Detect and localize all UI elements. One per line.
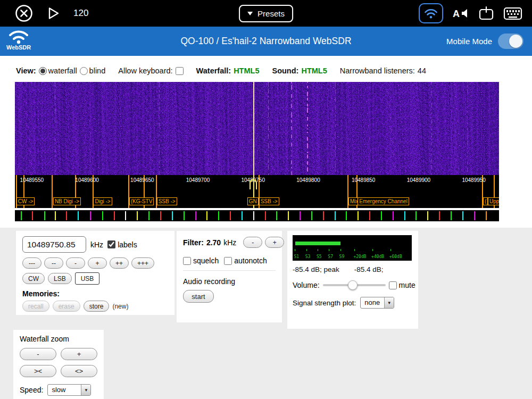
memory-store-button[interactable]: store xyxy=(84,301,110,312)
station-marker xyxy=(172,211,173,220)
view-waterfall-radio[interactable] xyxy=(39,67,47,75)
station-marker xyxy=(90,211,91,220)
view-label: View: xyxy=(16,66,36,75)
s-meter-scale-label: S5 xyxy=(317,254,322,259)
station-marker xyxy=(242,211,243,220)
band-label[interactable]: GN xyxy=(247,197,259,205)
sound-tech-group: Sound: HTML5 xyxy=(272,66,327,75)
memory-recall-button[interactable]: recall xyxy=(22,301,49,312)
band-label[interactable]: NB Digi -> xyxy=(53,197,81,205)
view-waterfall-label: waterfall xyxy=(48,66,77,75)
autonotch-option[interactable]: autonotch xyxy=(224,256,267,265)
recording-start-button[interactable]: start xyxy=(183,290,214,303)
station-marker xyxy=(195,211,196,220)
mode-lsb-button[interactable]: LSB xyxy=(48,273,72,284)
s-meter-tick xyxy=(318,249,318,251)
station-marker xyxy=(78,211,79,220)
autonotch-checkbox[interactable] xyxy=(224,257,232,265)
autonotch-label: autonotch xyxy=(234,256,267,265)
band-label[interactable]: Upper Beacon xyxy=(488,197,499,205)
zoom-band-button[interactable]: >< xyxy=(20,365,56,377)
waterfall-area: 1048955010489600104896501048970010489750… xyxy=(15,82,499,221)
labels-checkbox[interactable] xyxy=(107,240,115,248)
station-marker xyxy=(323,211,324,220)
s-meter-scale-label: S1 xyxy=(294,254,299,259)
speed-select[interactable]: slow ▼ xyxy=(47,384,91,396)
mobile-mode-toggle[interactable] xyxy=(498,34,523,49)
band-label[interactable]: ( xyxy=(483,197,488,205)
s-meter-scale-label: +20dB xyxy=(353,254,366,259)
play-button[interactable] xyxy=(46,6,61,21)
plot-label: Signal strength plot: xyxy=(293,299,356,307)
scale-label: 10489600 xyxy=(75,177,99,183)
step-up-large-button[interactable]: +++ xyxy=(131,257,154,269)
plot-select[interactable]: none ▼ xyxy=(360,297,394,309)
filter-panel: Filter: 2.70 kHz - + squelch autonotch A… xyxy=(177,231,282,322)
mode-usb-button[interactable]: USB xyxy=(75,272,100,285)
mode-cw-button[interactable]: CW xyxy=(22,273,45,284)
station-marker xyxy=(462,211,463,220)
zoom-full-button[interactable]: <> xyxy=(61,365,97,377)
keyboard-button[interactable] xyxy=(503,6,522,21)
zoom-in-button[interactable]: + xyxy=(61,348,97,360)
band-label[interactable]: CW -> xyxy=(16,197,35,205)
step-down-large-button[interactable]: --- xyxy=(22,257,41,269)
view-waterfall-option[interactable]: waterfall xyxy=(39,66,77,75)
memories-label: Memories: xyxy=(22,289,168,298)
mute-checkbox[interactable] xyxy=(389,281,397,289)
scale-label: 10489700 xyxy=(186,177,210,183)
waterfall-canvas[interactable] xyxy=(15,82,499,175)
station-marker xyxy=(160,211,161,220)
memory-erase-button[interactable]: erase xyxy=(53,301,80,312)
close-button[interactable] xyxy=(15,4,33,22)
station-marker xyxy=(265,211,266,220)
squelch-checkbox[interactable] xyxy=(183,257,191,265)
step-up-small-button[interactable]: + xyxy=(88,257,107,269)
frequency-scale-area[interactable]: 1048955010489600104896501048970010489750… xyxy=(15,175,499,208)
squelch-option[interactable]: squelch xyxy=(183,256,219,265)
app-window: 120 Presets A xyxy=(0,0,532,399)
step-down-medium-button[interactable]: -- xyxy=(44,257,63,269)
view-blind-option[interactable]: blind xyxy=(80,66,106,75)
listeners-count: 44 xyxy=(418,66,426,75)
s-meter-scale-label: +60dB xyxy=(389,254,402,259)
zoom-out-button[interactable]: - xyxy=(20,348,56,360)
site-header: WebSDR QO-100 / Es'hail-2 Narrowband Web… xyxy=(0,27,532,56)
voice-announce-button[interactable]: A xyxy=(452,6,469,20)
band-label[interactable]: Emergency Channel xyxy=(358,197,409,205)
station-marker xyxy=(451,211,452,220)
station-marker xyxy=(102,211,103,220)
labels-option[interactable]: labels xyxy=(107,240,137,249)
wifi-button[interactable] xyxy=(419,3,443,23)
logo-text: WebSDR xyxy=(6,44,31,51)
filter-wider-button[interactable]: + xyxy=(265,237,284,248)
band-label[interactable]: Digi -> xyxy=(93,197,112,205)
station-marker xyxy=(44,211,45,220)
frequency-input[interactable] xyxy=(22,236,86,253)
presets-button[interactable]: Presets xyxy=(239,5,293,22)
filter-narrower-button[interactable]: - xyxy=(243,237,262,248)
band-label[interactable]: (KG-STV xyxy=(129,197,154,205)
band-label[interactable]: SSB -> xyxy=(259,197,279,205)
allow-keyboard-group: Allow keyboard: xyxy=(118,66,183,75)
waterfall-zoom-panel: Waterfall zoom - + >< <> Speed: slow ▼ S… xyxy=(13,330,104,399)
squelch-label: squelch xyxy=(193,256,219,265)
scale-label: 10489650 xyxy=(130,177,154,183)
s-meter-tick xyxy=(340,249,341,251)
add-folder-button[interactable] xyxy=(478,6,494,21)
listeners-group: Narrowband listeners: 44 xyxy=(340,66,426,75)
station-marker xyxy=(66,211,67,220)
s-meter-scale-label: S9 xyxy=(339,254,345,259)
view-blind-radio[interactable] xyxy=(80,67,88,75)
station-markers-strip[interactable] xyxy=(15,210,499,221)
allow-keyboard-checkbox[interactable] xyxy=(176,67,184,75)
station-marker xyxy=(369,211,370,220)
scale-label: 10489850 xyxy=(352,177,376,183)
websdr-logo[interactable]: WebSDR xyxy=(6,28,31,51)
scale-label: 10489900 xyxy=(407,177,431,183)
mute-option[interactable]: mute xyxy=(389,281,415,289)
step-up-medium-button[interactable]: ++ xyxy=(110,257,129,269)
band-label[interactable]: SSB -> xyxy=(157,197,177,205)
step-down-small-button[interactable]: - xyxy=(66,257,85,269)
volume-slider[interactable] xyxy=(323,279,386,291)
